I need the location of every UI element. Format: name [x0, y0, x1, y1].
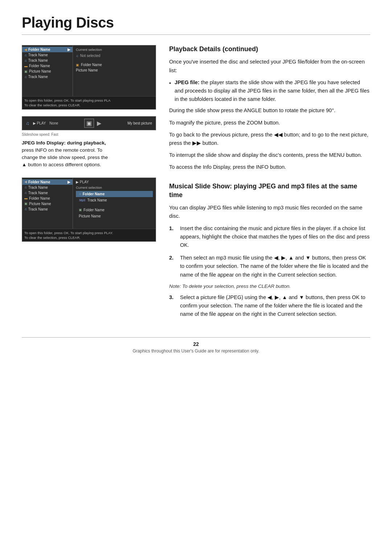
picture-name-row: Picture Name: [76, 213, 153, 219]
screen-bottom-text-2: To open this folder, press OK. To start …: [22, 229, 156, 242]
step-1: 1. Insert the disc containing the music …: [169, 224, 370, 250]
disc-icon: ▣: [84, 119, 94, 128]
mp3-badge: Mp3: [79, 199, 86, 202]
screen-bottom-line2: To clear the selection, press CLEAR.: [24, 103, 154, 107]
arrow-left-icon-2: ◀: [24, 180, 27, 184]
right-column: Playback Details (continued) Once you've…: [169, 45, 370, 323]
jpeg-caption-line4: ▲ button to access different options.: [22, 162, 101, 167]
folder-icon: ◀: [24, 48, 27, 52]
spacer: [76, 203, 153, 205]
music-icon-r2: ♫: [79, 192, 81, 196]
musical-section-right: Musical Slide Show: playing JPEG and mp3…: [169, 182, 370, 318]
play-value: None: [49, 121, 58, 125]
slideshow-speed-label: Slideshow speed: Fast: [22, 132, 156, 136]
jpeg-screen-left: ♫ ▶ PLAY None: [26, 121, 58, 126]
right-picture-item: Picture Name: [76, 68, 153, 73]
picture-item-2: ▣ Picture Name: [22, 201, 73, 207]
title-divider: [22, 34, 370, 35]
folder-item-1: ▬ Folder Name: [22, 63, 73, 69]
folder-header-label: Folder Name: [28, 48, 50, 52]
footer-rule: [22, 337, 370, 338]
right-picture-name: Picture Name: [79, 214, 101, 218]
step2-text: Then select an mp3 music file using the …: [180, 254, 370, 279]
step-2: 2. Then select an mp3 music file using t…: [169, 254, 370, 279]
right-folder-label: Folder Name: [81, 63, 102, 67]
music-icon-2a: ♫: [24, 185, 27, 189]
step3-text: Select a picture file (JPEG) using the ◀…: [180, 293, 370, 319]
screen-left-panel-1: ◀ Folder Name ▶ ♫ Track Name ♫ Track Nam…: [22, 45, 73, 96]
right-folder-name-row: ♫ Folder Name: [76, 191, 153, 197]
track-item-1b: ♫ Track Name: [22, 58, 73, 63]
track-label-1b: Track Name: [28, 58, 48, 62]
folder-header-2: ◀ Folder Name ▶: [22, 179, 73, 185]
track-item-2a: ♫ Track Name: [22, 185, 73, 190]
footer-page-number: 22: [193, 341, 199, 347]
para-info: To access the Info Display, press the IN…: [169, 163, 370, 171]
step1-num: 1.: [169, 224, 176, 250]
screen-bottom-line1: To open this folder, press OK. To start …: [24, 98, 154, 103]
right-folder-name-row2: ▣ Folder Name: [76, 207, 153, 213]
track-label-2b: Track Name: [28, 191, 48, 195]
folder-header-label-2: Folder Name: [28, 180, 50, 184]
right-track-name: Track Name: [87, 198, 107, 202]
music-icon-2b: ♫: [24, 191, 27, 195]
not-selected-item: ♫ Not selected: [76, 53, 153, 58]
track-label-1a: Track Name: [28, 53, 48, 57]
bullet-dot: •: [169, 79, 171, 104]
current-sel-label-2: Current selection: [76, 185, 153, 189]
page-title: Playing Discs: [22, 15, 370, 31]
music-note-icon: ♫: [26, 121, 29, 126]
bullet-text: JPEG file: the player starts the slide s…: [175, 78, 370, 104]
folder-icon-1: ▬: [24, 64, 28, 68]
music-icon-1a: ♫: [24, 53, 27, 57]
main-layout: ◀ Folder Name ▶ ♫ Track Name ♫ Track Nam…: [22, 45, 370, 323]
folder-label-2: Folder Name: [29, 196, 50, 200]
para-angle: During the slide show press the ANGLE bu…: [169, 106, 370, 115]
right-folder-item: ▣ Folder Name: [76, 62, 153, 68]
track-label-1c: Track Name: [28, 75, 48, 79]
jpeg-caption-line2: press INFO on the remote control. To: [22, 147, 102, 153]
footer: 22 Graphics throughout this User's Guide…: [22, 341, 370, 354]
musical-heading: Musical Slide Show: playing JPEG and mp3…: [169, 182, 370, 199]
screen2-bottom-line2: To clear the selection, press CLEAR.: [24, 235, 154, 240]
jpeg-info-screen: ♫ ▶ PLAY None ▣ ▶ My best picture: [22, 116, 156, 130]
not-selected-label: Not selected: [80, 54, 101, 58]
para-menu: To interrupt the slide show and display …: [169, 151, 370, 159]
jpeg-best-picture: My best picture: [127, 121, 152, 125]
folder-item-2: ▬ Folder Name: [22, 196, 73, 201]
jpeg-caption-line1: JPEG Info Display: during playback,: [22, 140, 106, 146]
music-icon-1c: ♫: [24, 75, 27, 79]
folder-icon-2: ▬: [24, 196, 28, 200]
track-label-2c: Track Name: [28, 207, 48, 211]
note-text: Note: To delete your selection, press th…: [169, 283, 370, 289]
page-container: Playing Discs ◀ Folder Name ▶ ♫: [0, 0, 392, 375]
playback-section-heading: Playback Details (continued): [169, 45, 370, 53]
screen-right-panel-1: Current selection ♫ Not selected ▣ Folde…: [73, 45, 156, 96]
step-3: 3. Select a picture file (JPEG) using th…: [169, 293, 370, 319]
picture-item-1: ▣ Picture Name: [22, 69, 73, 74]
track-item-2c: ♫ Track Name: [22, 207, 73, 212]
step3-num: 3.: [169, 293, 176, 319]
right-folder-name2: Folder Name: [83, 208, 105, 212]
screen-mockup-1: ◀ Folder Name ▶ ♫ Track Name ♫ Track Nam…: [22, 45, 156, 110]
track-name-row-2: Mp3 Track Name: [76, 197, 153, 203]
step1-text: Insert the disc containing the music and…: [180, 224, 370, 250]
screen-bottom-text-1: To open this folder, press OK. To start …: [22, 96, 156, 109]
right-folder-group: ▣ Folder Name Picture Name: [76, 62, 153, 73]
track-item-1a: ♫ Track Name: [22, 52, 73, 58]
track-item-1c: ♫ Track Name: [22, 74, 73, 79]
bullet-body: the player starts the slide show with th…: [175, 79, 369, 102]
right-picture-label: Picture Name: [76, 68, 98, 72]
music-icon-ns: ♫: [76, 54, 78, 58]
track-label-2a: Track Name: [28, 185, 48, 189]
play-icon: ▶: [97, 120, 101, 127]
picture-label-1: Picture Name: [29, 69, 51, 73]
picture-label-2: Picture Name: [29, 202, 51, 206]
play-label-2: ▶ PLAY: [76, 180, 153, 185]
para-zoom: To magnify the picture, press the ZOOM b…: [169, 119, 370, 127]
play-label: ▶ PLAY: [33, 121, 46, 125]
footer-note: Graphics throughout this User's Guide ar…: [133, 348, 260, 354]
folder-icon-r1: ▣: [76, 63, 79, 67]
left-column: ◀ Folder Name ▶ ♫ Track Name ♫ Track Nam…: [22, 45, 156, 323]
music-icon-2c: ♫: [24, 207, 27, 211]
